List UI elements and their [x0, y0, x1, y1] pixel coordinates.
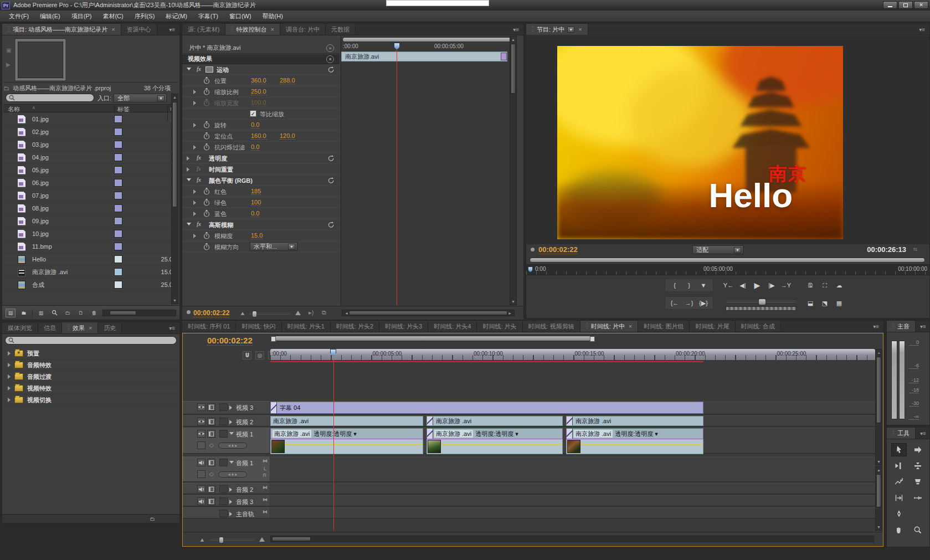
fit-dropdown[interactable]: 适配▼ — [692, 245, 743, 254]
ripple-edit-tool[interactable] — [891, 459, 907, 472]
tab-tools[interactable]: 工具 — [887, 428, 916, 439]
play-preview-icon[interactable]: ▶ — [6, 61, 11, 68]
expand-arrow-icon[interactable] — [193, 101, 196, 105]
project-item[interactable]: 08.jpg — [3, 202, 174, 215]
sync-lock-icon[interactable] — [207, 430, 215, 438]
effect-row-红色[interactable]: 红色185 — [182, 186, 340, 197]
stopwatch-icon[interactable] — [203, 232, 210, 240]
menu-item[interactable]: 字幕(T) — [193, 11, 224, 22]
expand-arrow-icon[interactable] — [187, 178, 191, 181]
work-area-bar[interactable] — [270, 336, 595, 341]
tab-时间线: 片头4[interactable]: 时间线: 片头4 — [428, 321, 477, 332]
new-bin-button[interactable]: 🗀 — [63, 309, 73, 317]
transition-icon[interactable] — [427, 429, 433, 439]
sync-lock-icon[interactable] — [207, 403, 215, 411]
effects-folder[interactable]: 视频特效 — [3, 383, 178, 394]
go-to-out-point-button[interactable]: →} — [682, 297, 696, 309]
project-item[interactable]: 合成25.0 — [3, 279, 174, 291]
speaker-icon[interactable] — [197, 485, 205, 493]
stopwatch-icon[interactable] — [203, 199, 210, 207]
zoom-in-icon[interactable] — [295, 311, 301, 315]
slide-tool[interactable] — [910, 491, 926, 505]
tab-历史[interactable]: 历史 — [98, 322, 122, 333]
parameter-value[interactable]: 185 — [251, 188, 261, 195]
extract-button[interactable]: ⬔ — [818, 297, 832, 309]
project-item[interactable]: 09.jpg — [3, 215, 174, 228]
project-item[interactable]: 10.jpg — [3, 228, 174, 240]
parameter-value[interactable]: 100 — [251, 199, 261, 206]
speaker-icon[interactable] — [197, 459, 205, 466]
go-to-previous-marker-button[interactable]: Y← — [721, 280, 736, 291]
keyframe-toggle-icon[interactable]: ◇ — [209, 442, 214, 448]
close-icon[interactable]: × — [270, 26, 274, 33]
show-timeline-icon[interactable]: » — [326, 44, 334, 52]
clip-label-band[interactable]: 南京旅游 .avi透明度:透明度 ▾ — [566, 428, 703, 439]
zoom-tool[interactable] — [910, 523, 926, 537]
effect-row-定位点[interactable]: 定位点160.0120.0 — [182, 131, 340, 142]
effect-row-蓝色[interactable]: 蓝色0.0 — [182, 208, 340, 219]
tab-信息[interactable]: 信息 — [38, 322, 62, 333]
tab-时间线: 序列 01[interactable]: 时间线: 序列 01 — [182, 321, 236, 332]
clip-南京旅游 .avi[interactable]: 南京旅游 .avi — [427, 416, 563, 426]
ec-playhead[interactable] — [394, 43, 400, 50]
transition-icon[interactable] — [567, 429, 573, 439]
label-chip[interactable] — [114, 141, 122, 148]
clip-南京旅游 .avi[interactable]: 南京旅游 .avi — [566, 416, 703, 426]
zoom-out-icon[interactable] — [201, 538, 204, 542]
find-button[interactable] — [49, 309, 59, 317]
clear-button[interactable]: 🗑 — [89, 309, 99, 317]
effect-row-抗闪烁过滤[interactable]: 抗闪烁过滤0.0 — [182, 142, 340, 153]
sync-lock-icon[interactable] — [207, 418, 215, 425]
new-item-button[interactable]: 🗋 — [76, 309, 86, 317]
keyframe-display-dropdown[interactable]: 透明度:透明度 ▾ — [615, 430, 658, 438]
reset-effect-icon[interactable] — [327, 221, 335, 229]
tab-metadata[interactable]: 元数据 — [326, 24, 356, 35]
effect-row-等比缩放[interactable]: ✓等比缩放 — [182, 109, 340, 120]
clip-body[interactable] — [566, 439, 703, 454]
close-icon[interactable]: × — [89, 325, 92, 331]
tab-时间线: 片头3[interactable]: 时间线: 片头3 — [379, 321, 428, 332]
label-chip[interactable] — [114, 153, 122, 161]
expand-arrow-icon[interactable] — [193, 234, 196, 238]
clip-body[interactable] — [270, 439, 423, 454]
expand-arrow-icon[interactable] — [187, 223, 191, 225]
stopwatch-icon[interactable] — [203, 188, 210, 196]
menu-item[interactable]: 项目(P) — [66, 11, 97, 22]
keyframe-nav-pill[interactable]: ◂ ♦ ▸ — [218, 443, 247, 449]
project-horizontal-scrollbar[interactable] — [102, 310, 176, 316]
label-chip[interactable] — [114, 217, 122, 225]
effect-row-旋转[interactable]: 旋转0.0 — [182, 120, 340, 131]
stopwatch-icon[interactable] — [203, 121, 210, 130]
panel-menu-icon[interactable]: ▾≡ — [508, 24, 523, 35]
label-chip[interactable] — [114, 179, 122, 187]
clip-南京旅游 .avi[interactable]: 南京旅游 .avi透明度:透明度 ▾ — [566, 428, 703, 454]
parameter-value[interactable]: 15.0 — [251, 232, 263, 239]
program-current-time[interactable]: 00:00:02:22 — [538, 245, 578, 254]
ec-vertical-scrollbar[interactable]: ▲ ▼ — [510, 36, 517, 305]
transition-icon[interactable] — [567, 417, 573, 425]
parameter-value[interactable]: 0.0 — [251, 121, 259, 129]
menu-item[interactable]: 文件(F) — [3, 11, 34, 22]
eye-icon[interactable] — [197, 418, 205, 425]
set-in-point-button[interactable]: { — [667, 280, 682, 291]
timeline-video-scrollbar[interactable]: ▲ ▼ — [875, 349, 882, 465]
parameter-value[interactable]: 0.0 — [251, 210, 259, 217]
display-style-icon[interactable] — [197, 441, 205, 449]
track-lane-v3[interactable]: 字幕 04 — [270, 401, 875, 414]
transition-icon[interactable] — [427, 417, 433, 425]
play-audio-icon[interactable]: ▸⟩ — [309, 309, 314, 316]
label-chip[interactable] — [114, 192, 122, 199]
label-chip[interactable] — [114, 268, 122, 276]
close-icon[interactable]: × — [629, 323, 632, 330]
project-item[interactable]: 01.jpg — [3, 113, 174, 126]
reset-effect-icon[interactable] — [327, 66, 335, 74]
column-headers[interactable]: 名称 ∧ 标签 帧速 — [3, 104, 174, 112]
ec-zoom-bar[interactable] — [342, 37, 514, 42]
set-out-point-button[interactable]: } — [682, 280, 696, 291]
keyframe-nav-pill[interactable]: ◂ ♦ ▸ — [218, 471, 247, 477]
clip-南京旅游 .avi[interactable]: 南京旅游 .avi透明度:透明度 ▾ — [427, 428, 563, 454]
tab-效果[interactable]: 效果× — [62, 322, 98, 333]
snap-icon[interactable] — [243, 351, 251, 359]
stopwatch-icon[interactable] — [203, 132, 210, 141]
zoom-out-icon[interactable] — [241, 312, 245, 315]
